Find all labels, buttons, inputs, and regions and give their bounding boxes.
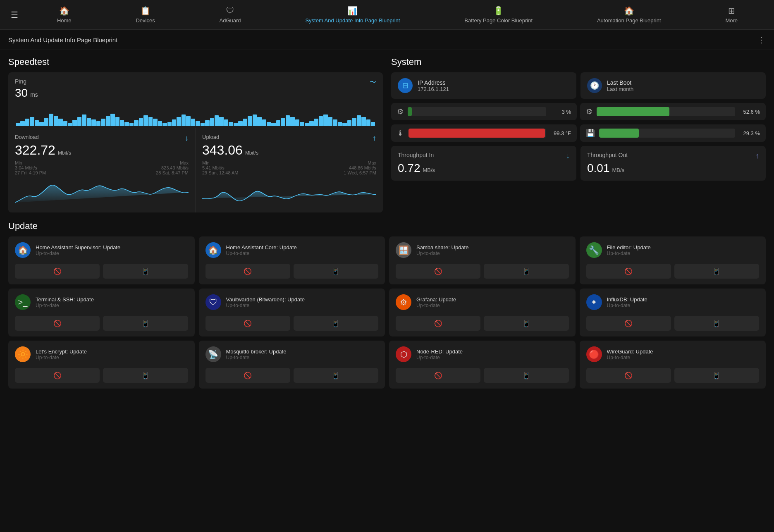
update-card-header: 🛡 Vaultwarden (Bitwarden): Update Up-to-… xyxy=(205,294,379,310)
update-app-name: Vaultwarden (Bitwarden): Update xyxy=(226,296,305,303)
update-app-icon: ✦ xyxy=(586,294,602,310)
update-card-info: Home Assistant Supervisor: Update Up-to-… xyxy=(36,244,120,256)
nav-item-adguard[interactable]: 🛡 AdGuard xyxy=(211,3,249,27)
update-install-button[interactable]: 📱 xyxy=(674,316,759,331)
update-skip-button[interactable]: 🚫 xyxy=(205,368,290,383)
update-install-button[interactable]: 📱 xyxy=(103,368,188,383)
ping-bar xyxy=(328,117,332,126)
ping-bar xyxy=(172,119,176,126)
cpu2-icon: ⚙ xyxy=(586,107,592,116)
nav-label-battery: Battery Page Color Blueprint xyxy=(464,17,533,24)
ping-bar xyxy=(82,115,86,126)
update-install-button[interactable]: 📱 xyxy=(484,368,569,383)
ping-bar xyxy=(153,119,157,126)
ping-bar xyxy=(186,116,190,126)
ping-bar xyxy=(271,123,275,126)
update-install-button[interactable]: 📱 xyxy=(484,316,569,331)
cpu-percent: 3 % xyxy=(550,109,571,115)
nav-item-system-update[interactable]: 📊 System And Update Info Page Blueprint xyxy=(297,2,408,27)
upload-value: 343.06 xyxy=(202,143,243,158)
update-install-button[interactable]: 📱 xyxy=(484,264,569,279)
memory-icon: 💾 xyxy=(586,129,595,138)
update-app-icon: 📡 xyxy=(205,346,221,362)
nav-item-automation[interactable]: 🏠 Automation Page Blueprint xyxy=(589,2,669,27)
update-install-button[interactable]: 📱 xyxy=(294,368,378,383)
top-row: Speedtest Ping 30 ms 〜 Dow xyxy=(8,57,766,212)
update-buttons: 🚫 📱 xyxy=(396,316,569,331)
ping-bars xyxy=(15,103,376,128)
ping-bar xyxy=(35,120,39,126)
ip-value: 172.16.1.121 xyxy=(418,86,449,92)
ping-bar xyxy=(110,114,115,126)
upload-arrow-icon: ↑ xyxy=(373,134,376,143)
ping-bar xyxy=(58,119,62,126)
download-max-label: Max xyxy=(156,160,189,165)
last-boot-text: Last Boot Last month xyxy=(607,79,633,92)
battery-icon: 🔋 xyxy=(493,6,504,16)
ping-bar xyxy=(72,120,76,126)
update-card-header: 📡 Mosquitto broker: Update Up-to-date xyxy=(205,346,379,362)
update-buttons: 🚫 📱 xyxy=(586,316,760,331)
update-skip-button[interactable]: 🚫 xyxy=(205,316,290,331)
cpu-icon: ⚙ xyxy=(397,107,404,116)
update-install-button[interactable]: 📱 xyxy=(103,316,188,331)
update-skip-button[interactable]: 🚫 xyxy=(205,264,290,279)
update-skip-button[interactable]: 🚫 xyxy=(396,264,480,279)
ping-bar xyxy=(87,118,91,126)
update-install-button[interactable]: 📱 xyxy=(294,264,378,279)
nav-item-battery[interactable]: 🔋 Battery Page Color Blueprint xyxy=(456,2,541,27)
update-card: ⚙ Grafana: Update Up-to-date 🚫 📱 xyxy=(389,289,576,336)
ping-bar xyxy=(215,115,219,126)
nav-label-more: More xyxy=(725,17,738,24)
ping-bar xyxy=(68,123,72,126)
update-skip-button[interactable]: 🚫 xyxy=(15,264,100,279)
update-skip-button[interactable]: 🚫 xyxy=(586,316,671,331)
ping-bar xyxy=(54,116,58,126)
update-skip-button[interactable]: 🚫 xyxy=(396,368,480,383)
update-app-name: WireGuard: Update xyxy=(607,348,653,355)
more-icon: ⊞ xyxy=(728,6,735,16)
update-skip-button[interactable]: 🚫 xyxy=(15,316,100,331)
ping-bar xyxy=(286,115,290,126)
ping-bar xyxy=(300,122,304,126)
update-card-info: Vaultwarden (Bitwarden): Update Up-to-da… xyxy=(226,296,305,308)
mem-bar-wrap xyxy=(599,129,735,138)
update-skip-button[interactable]: 🚫 xyxy=(15,368,100,383)
nav-label-automation: Automation Page Blueprint xyxy=(597,17,661,24)
update-grid: 🏠 Home Assistant Supervisor: Update Up-t… xyxy=(8,236,766,389)
update-app-icon: 🏠 xyxy=(205,242,221,258)
ping-bar xyxy=(115,117,119,126)
update-install-button[interactable]: 📱 xyxy=(674,264,759,279)
update-skip-button[interactable]: 🚫 xyxy=(586,368,671,383)
download-min-val: 3.04 Mbit/s xyxy=(15,165,46,170)
update-card: 🔧 File editor: Update Up-to-date 🚫 📱 xyxy=(580,236,766,284)
menu-icon[interactable]: ☰ xyxy=(4,10,25,20)
nav-item-home[interactable]: 🏠 Home xyxy=(49,2,80,27)
nav-item-more[interactable]: ⊞ More xyxy=(717,2,746,27)
ping-bar xyxy=(101,119,105,126)
update-card-info: InfluxDB: Update Up-to-date xyxy=(607,296,647,308)
system-update-icon: 📊 xyxy=(347,6,358,16)
update-skip-button[interactable]: 🚫 xyxy=(396,316,480,331)
throughput-in-label: Throughput In xyxy=(398,152,570,158)
download-max-val: 823.43 Mbit/s xyxy=(156,165,189,170)
ping-bar xyxy=(243,119,247,126)
ping-bar xyxy=(49,114,53,126)
update-install-button[interactable]: 📱 xyxy=(103,264,188,279)
nav-label-adguard: AdGuard xyxy=(220,17,241,24)
nav-item-devices[interactable]: 📋 Devices xyxy=(127,2,163,27)
throughput-row: Throughput In ↓ 0.72 MB/s Throughput Out… xyxy=(391,146,766,181)
page-options-icon[interactable]: ⋮ xyxy=(757,35,766,45)
update-card-info: Grafana: Update Up-to-date xyxy=(416,296,456,308)
last-boot-value: Last month xyxy=(607,86,633,92)
upload-min-date: 29 Sun, 12:48 AM xyxy=(202,170,238,175)
system-section: System ⊟ IP Address 172.16.1.121 🕐 L xyxy=(391,57,766,212)
update-skip-button[interactable]: 🚫 xyxy=(586,264,671,279)
cpu2-bar-wrap xyxy=(597,107,735,116)
update-install-button[interactable]: 📱 xyxy=(294,316,378,331)
ping-value: 30 xyxy=(15,86,28,100)
update-install-button[interactable]: 📱 xyxy=(674,368,759,383)
ping-bar xyxy=(124,122,129,126)
update-app-status: Up-to-date xyxy=(226,250,297,256)
update-app-status: Up-to-date xyxy=(416,250,468,256)
